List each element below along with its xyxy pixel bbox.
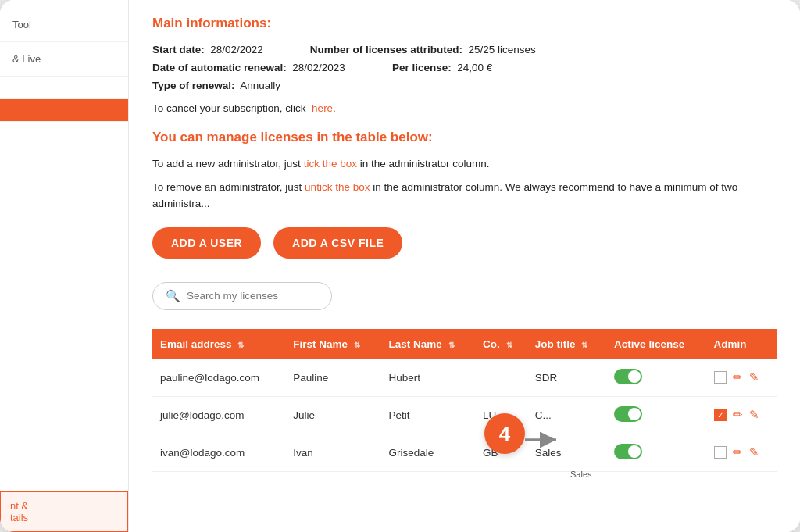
cell-active <box>606 434 705 471</box>
search-container: 🔍 <box>152 282 777 310</box>
renewal-date: Date of automatic renewal: 28/02/2023 <box>152 62 345 73</box>
active-toggle[interactable] <box>614 444 642 459</box>
edit-icon[interactable]: ✏ <box>733 445 743 459</box>
admin-checkbox[interactable] <box>714 371 727 384</box>
sidebar-item-active[interactable] <box>0 99 128 122</box>
table-row: julie@lodago.com Julie Petit LU C... ✓ ✏… <box>152 396 777 434</box>
manage-title: You can manage licenses in the table bel… <box>152 130 777 145</box>
row-actions: ✏ ✎ <box>733 408 759 422</box>
users-table: Email address ⇅ First Name ⇅ Last Name ⇅ <box>152 329 777 472</box>
edit-icon[interactable]: ✏ <box>733 408 743 422</box>
add-admin-instruction: To add a new administrator, just tick th… <box>152 156 777 172</box>
cancel-subscription-line: To cancel your subscription, click here. <box>152 102 777 114</box>
cell-firstname: Pauline <box>285 359 380 397</box>
info-row-3: Type of renewal: Annually <box>152 80 777 91</box>
col-email: Email address ⇅ <box>152 329 285 359</box>
send-icon[interactable]: ✎ <box>749 445 759 459</box>
cell-firstname: Julie <box>285 396 380 434</box>
untick-box-highlight: untick the box <box>305 181 370 193</box>
col-firstname: First Name ⇅ <box>285 329 380 359</box>
remove-admin-instruction: To remove an administrator, just untick … <box>152 180 777 212</box>
admin-checkbox[interactable]: ✓ <box>714 409 727 421</box>
section-main-informations: Main informations: Start date: 28/02/202… <box>152 16 777 114</box>
cell-email: pauline@lodago.com <box>152 359 285 397</box>
info-row-2: Date of automatic renewal: 28/02/2023 Pe… <box>152 62 777 73</box>
cell-admin: ✏ ✎ <box>706 434 777 471</box>
send-icon[interactable]: ✎ <box>749 408 759 422</box>
cell-lastname: Hubert <box>381 359 476 397</box>
col-company: Co. ⇅ <box>475 329 527 359</box>
add-csv-button[interactable]: ADD A CSV FILE <box>273 227 402 259</box>
send-icon[interactable]: ✎ <box>749 370 759 384</box>
table-row: ivan@lodago.com Ivan Grisedale GB Sales … <box>152 434 777 471</box>
users-table-wrapper: Email address ⇅ First Name ⇅ Last Name ⇅ <box>152 329 777 472</box>
arrow-right-indicator <box>522 427 562 455</box>
cell-jobtitle: SDR <box>527 359 606 397</box>
table-body: pauline@lodago.com Pauline Hubert SDR ✏ … <box>152 359 777 472</box>
add-user-button[interactable]: ADD A USER <box>152 227 261 259</box>
table-row: pauline@lodago.com Pauline Hubert SDR ✏ … <box>152 359 777 397</box>
info-row-1: Start date: 28/02/2022 Number of license… <box>152 44 777 55</box>
start-date: Start date: 28/02/2022 <box>152 44 263 55</box>
cell-active <box>606 396 705 434</box>
sidebar: Tool & Live nt & tails <box>0 0 129 532</box>
sort-email-icon[interactable]: ⇅ <box>238 341 244 349</box>
cell-lastname: Grisedale <box>381 434 476 471</box>
sort-lastname-icon[interactable]: ⇅ <box>448 341 455 349</box>
col-lastname: Last Name ⇅ <box>381 329 476 359</box>
row-actions: ✏ ✎ <box>733 370 759 384</box>
cell-admin: ✏ ✎ <box>706 359 777 397</box>
sort-jobtitle-icon[interactable]: ⇅ <box>581 341 588 349</box>
cell-active <box>606 359 705 397</box>
active-toggle[interactable] <box>614 369 642 384</box>
row-actions: ✏ ✎ <box>733 445 759 459</box>
step-badge: 4 <box>484 413 525 454</box>
search-input[interactable] <box>187 290 319 302</box>
edit-icon[interactable]: ✏ <box>733 370 743 384</box>
sidebar-item-empty1[interactable] <box>0 77 128 99</box>
main-info-title: Main informations: <box>152 16 777 31</box>
col-jobtitle: Job title ⇅ <box>527 329 606 359</box>
active-toggle[interactable] <box>614 406 642 422</box>
sales-label: Sales <box>570 470 592 479</box>
cell-admin: ✓ ✏ ✎ <box>706 396 777 434</box>
admin-checkbox[interactable] <box>714 446 727 459</box>
sidebar-item-live[interactable]: & Live <box>0 42 128 77</box>
sort-firstname-icon[interactable]: ⇅ <box>354 341 360 349</box>
table-header: Email address ⇅ First Name ⇅ Last Name ⇅ <box>152 329 777 359</box>
cell-email: julie@lodago.com <box>152 396 285 434</box>
col-admin: Admin <box>706 329 777 359</box>
cancel-link[interactable]: here. <box>312 102 336 114</box>
sidebar-item-payment[interactable]: nt & tails <box>0 491 128 532</box>
cell-email: ivan@lodago.com <box>152 434 285 471</box>
cell-firstname: Ivan <box>285 434 380 471</box>
renewal-type: Type of renewal: Annually <box>152 80 280 91</box>
sidebar-item-tool[interactable]: Tool <box>0 8 128 42</box>
search-box: 🔍 <box>152 282 332 310</box>
per-license: Per license: 24,00 € <box>392 62 492 73</box>
col-active-license: Active license <box>606 329 705 359</box>
licenses-attributed: Number of licenses attributed: 25/25 lic… <box>310 44 536 55</box>
cell-company <box>475 359 527 397</box>
action-buttons-row: ADD A USER ADD A CSV FILE <box>152 227 777 259</box>
cell-lastname: Petit <box>381 396 476 434</box>
sort-company-icon[interactable]: ⇅ <box>506 341 512 349</box>
tick-box-highlight: tick the box <box>304 158 357 170</box>
manage-section: You can manage licenses in the table bel… <box>152 130 777 259</box>
search-icon: 🔍 <box>166 289 180 303</box>
main-content: Main informations: Start date: 28/02/202… <box>129 0 800 532</box>
